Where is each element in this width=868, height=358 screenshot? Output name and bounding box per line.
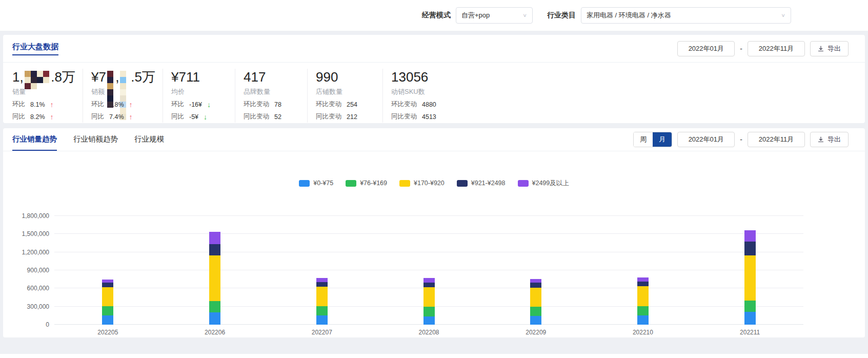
bar-segment[interactable]: [530, 283, 541, 287]
bar-segment[interactable]: [530, 279, 541, 283]
kpi-stat-row: 环比-16¥↓: [171, 100, 228, 109]
stat-key: 同比: [91, 112, 104, 121]
overview-title-tab[interactable]: 行业大盘数据: [12, 42, 58, 55]
bar-segment[interactable]: [744, 230, 756, 241]
redacted-value-mosaic: [107, 71, 114, 83]
up-arrow-icon: ↑: [50, 101, 54, 109]
kpi-row: 1,.8万销量环比8.1%↑同比8.2%↑¥7,.5万销额环比5.8%↑同比7.…: [3, 63, 865, 123]
chevron-down-icon: ∨: [522, 12, 527, 18]
bar-segment[interactable]: [316, 315, 328, 325]
bar-segment[interactable]: [637, 282, 649, 286]
chart-legend: ¥0-¥75¥76-¥169¥170-¥920¥921-¥2498¥2499及以…: [3, 179, 865, 187]
bar-segment[interactable]: [744, 255, 756, 301]
y-axis-tick-label: 900,000: [3, 267, 49, 273]
bar-segment[interactable]: [423, 287, 435, 307]
bar-segment[interactable]: [102, 283, 113, 287]
kpi-label: 店铺数量: [316, 87, 375, 96]
bar-segment[interactable]: [316, 287, 328, 306]
bar-segment[interactable]: [209, 312, 220, 325]
bar-segment[interactable]: [637, 315, 649, 325]
bar-segment[interactable]: [316, 306, 328, 316]
bar-segment[interactable]: [423, 316, 435, 325]
stat-key: 同比变动: [316, 112, 341, 121]
mode-filter-label: 经营模式: [422, 11, 451, 20]
download-icon: [818, 46, 824, 52]
bar-slot: [696, 216, 803, 325]
bar-segment[interactable]: [530, 307, 541, 316]
bar-segment[interactable]: [102, 306, 113, 315]
bar-segment[interactable]: [209, 301, 220, 313]
stat-value: 5.8%: [109, 101, 124, 108]
kpi-value: ¥7,.5万: [91, 69, 155, 85]
stat-value: 4513: [422, 113, 436, 121]
kpi-stat-row: 同比变动4513: [391, 112, 489, 121]
kpi-card: 1,.8万销量环比8.1%↑同比8.2%↑: [12, 69, 83, 123]
bars-layer: [54, 216, 803, 325]
stat-value: -5¥: [189, 113, 198, 121]
bar-segment[interactable]: [423, 283, 435, 287]
overview-export-button[interactable]: 导出: [810, 41, 849, 56]
x-axis-tick-label: 202205: [54, 329, 162, 336]
period-toggle-月[interactable]: 月: [653, 132, 672, 147]
trend-export-button[interactable]: 导出: [810, 132, 849, 147]
kpi-value-text: ¥711: [171, 69, 200, 85]
legend-swatch: [346, 180, 356, 187]
bar-segment[interactable]: [744, 242, 756, 255]
kpi-card: 13056动销SKU数环比变动4880同比变动4513: [383, 69, 496, 123]
kpi-stat-row: 环比变动78: [244, 100, 300, 109]
bar-segment[interactable]: [637, 277, 649, 282]
kpi-stat-row: 同比变动52: [244, 112, 300, 121]
legend-item[interactable]: ¥0-¥75: [299, 180, 333, 187]
bar-segment[interactable]: [744, 312, 756, 325]
legend-swatch: [399, 180, 410, 187]
kpi-stat-row: 同比8.2%↑: [12, 112, 75, 121]
bar-slot: [162, 216, 269, 325]
bar-segment[interactable]: [637, 286, 649, 306]
legend-item[interactable]: ¥170-¥920: [399, 180, 445, 187]
mode-select-value: 自营+pop: [461, 11, 490, 20]
bar-segment[interactable]: [102, 315, 113, 325]
down-arrow-icon: ↓: [207, 101, 211, 109]
bar-segment[interactable]: [423, 307, 435, 316]
redacted-value-mosaic: [120, 71, 130, 83]
legend-item[interactable]: ¥921-¥2498: [457, 180, 506, 187]
legend-item[interactable]: ¥76-¥169: [346, 180, 387, 187]
kpi-label: 品牌数量: [244, 87, 300, 96]
mode-select[interactable]: 自营+pop ∨: [456, 7, 533, 24]
period-toggle-周[interactable]: 周: [634, 132, 653, 147]
y-axis-tick-label: 300,000: [3, 304, 49, 310]
kpi-value-text: .8万: [51, 68, 75, 86]
trend-date-start[interactable]: 2022年01月: [677, 132, 735, 147]
kpi-value: ¥711: [171, 69, 228, 85]
x-axis-tick-label: 202210: [590, 329, 697, 336]
bar-segment[interactable]: [102, 287, 113, 306]
stat-value: 8.1%: [30, 101, 45, 108]
stacked-bar-202211: [744, 216, 756, 325]
trend-date-end[interactable]: 2022年11月: [748, 132, 805, 147]
stacked-bar-202209: [530, 216, 541, 325]
bar-segment[interactable]: [209, 255, 220, 301]
y-axis-tick-label: 1,500,000: [3, 231, 49, 237]
legend-item[interactable]: ¥2499及以上: [518, 179, 569, 188]
category-select[interactable]: 家用电器 / 环境电器 / 净水器 ∨: [581, 7, 791, 24]
bar-segment[interactable]: [637, 306, 649, 315]
bar-segment[interactable]: [316, 278, 328, 282]
bar-segment[interactable]: [530, 288, 541, 307]
bar-segment[interactable]: [209, 232, 220, 244]
tab-行业规模[interactable]: 行业规模: [134, 128, 164, 151]
x-axis-tick-label: 202211: [696, 329, 803, 336]
bar-segment[interactable]: [316, 282, 328, 287]
kpi-value: 1,.8万: [12, 69, 75, 85]
bar-segment[interactable]: [530, 316, 541, 325]
y-axis-tick-label: 600,000: [3, 285, 49, 291]
bar-segment[interactable]: [744, 301, 756, 312]
tab-行业销量趋势[interactable]: 行业销量趋势: [12, 128, 57, 151]
kpi-value: 990: [316, 69, 375, 85]
bar-segment[interactable]: [209, 244, 220, 255]
overview-date-end[interactable]: 2022年11月: [748, 41, 805, 56]
stat-value: 52: [274, 113, 281, 121]
tab-行业销额趋势[interactable]: 行业销额趋势: [73, 128, 118, 151]
bar-segment[interactable]: [423, 278, 435, 282]
stat-key: 同比: [12, 112, 25, 121]
overview-date-start[interactable]: 2022年01月: [677, 41, 735, 56]
